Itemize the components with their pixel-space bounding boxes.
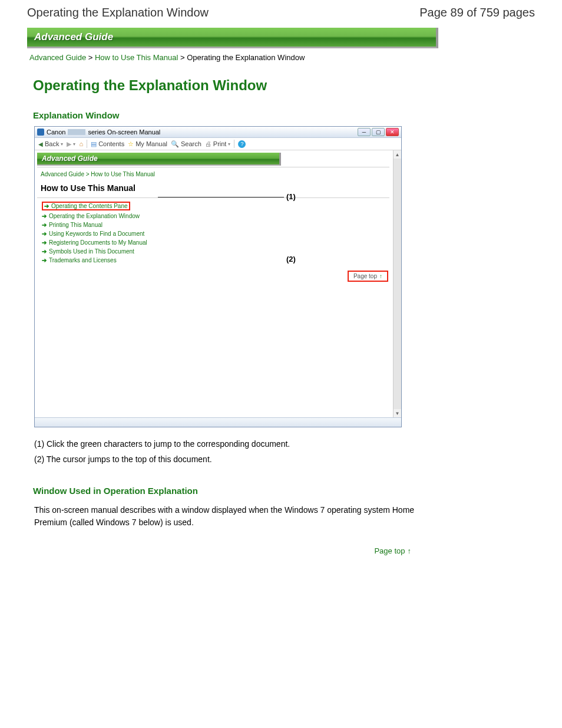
inner-heading: How to Use This Manual	[35, 180, 393, 196]
breadcrumb: Advanced Guide > How to Use This Manual …	[27, 51, 535, 73]
scroll-down-icon[interactable]: ▼	[394, 409, 401, 417]
section-explanation-window: Explanation Window	[33, 110, 535, 120]
page-title: Operating the Explanation Window	[27, 6, 209, 19]
note-2: (2) The cursor jumps to the top of this …	[34, 453, 535, 466]
page-top-button[interactable]: Page top↑	[348, 271, 388, 282]
callout-2: (2)	[286, 255, 296, 263]
link-explanation-window[interactable]: ➔Operating the Explanation Window	[42, 212, 393, 220]
app-icon	[37, 129, 44, 136]
maximize-button[interactable]: ▢	[372, 128, 385, 136]
titlebar-brand: Canon	[47, 129, 65, 136]
link-printing[interactable]: ➔Printing This Manual	[42, 220, 393, 229]
back-button[interactable]: ◀Back▾	[38, 140, 63, 147]
page-top-link[interactable]: Page top↑	[374, 546, 411, 555]
search-button[interactable]: 🔍Search	[171, 140, 201, 148]
scrollbar[interactable]: ▲ ▼	[393, 150, 401, 417]
breadcrumb-link-1[interactable]: Advanced Guide	[29, 53, 86, 62]
page-indicator: Page 89 of 759 pages	[419, 6, 535, 19]
breadcrumb-link-2[interactable]: How to Use This Manual	[95, 53, 178, 62]
advanced-guide-banner: Advanced Guide	[27, 28, 438, 48]
inner-breadcrumb: Advanced Guide > How to Use This Manual	[35, 170, 393, 180]
screenshot-window: Canon series On-screen Manual ─ ▢ ✕ ◀Bac…	[34, 126, 402, 427]
mymanual-button[interactable]: ☆My Manual	[128, 140, 167, 148]
section-window-used: Window Used in Operation Explanation	[33, 486, 535, 496]
callout-line-1	[158, 197, 284, 197]
link-keywords[interactable]: ➔Using Keywords to Find a Document	[42, 229, 393, 238]
forward-button[interactable]: ▶▾	[67, 140, 75, 148]
inner-advanced-guide-banner: Advanced Guide	[37, 153, 281, 166]
contents-button[interactable]: ▤Contents	[91, 140, 124, 148]
minimize-button[interactable]: ─	[358, 128, 371, 136]
home-button[interactable]: ⌂	[79, 140, 83, 147]
link-contents-pane[interactable]: ➔Operating the Contents Pane	[42, 202, 130, 210]
section-window-used-body: This on-screen manual describes with a w…	[27, 502, 416, 529]
close-button[interactable]: ✕	[386, 128, 399, 136]
titlebar: Canon series On-screen Manual ─ ▢ ✕	[35, 127, 401, 138]
callout-1: (1)	[286, 192, 296, 201]
titlebar-rest: series On-screen Manual	[88, 129, 160, 136]
breadcrumb-current: Operating the Explanation Window	[187, 53, 305, 62]
link-list: ➔Operating the Contents Pane ➔Operating …	[35, 200, 393, 265]
note-1: (1) Click the green characters to jump t…	[34, 438, 535, 451]
help-icon[interactable]: ?	[238, 140, 246, 148]
model-mask	[68, 129, 85, 135]
print-button[interactable]: 🖨Print▾	[205, 140, 231, 147]
main-heading: Operating the Explanation Window	[33, 77, 535, 94]
link-trademarks[interactable]: ➔Trademarks and Licenses	[42, 256, 393, 265]
toolbar: ◀Back▾ ▶▾ ⌂ ▤Contents ☆My Manual 🔍Search…	[35, 138, 401, 150]
scroll-up-icon[interactable]: ▲	[394, 150, 401, 159]
link-symbols[interactable]: ➔Symbols Used in This Document	[42, 247, 393, 256]
link-register[interactable]: ➔Registering Documents to My Manual	[42, 238, 393, 247]
statusbar	[35, 417, 401, 427]
